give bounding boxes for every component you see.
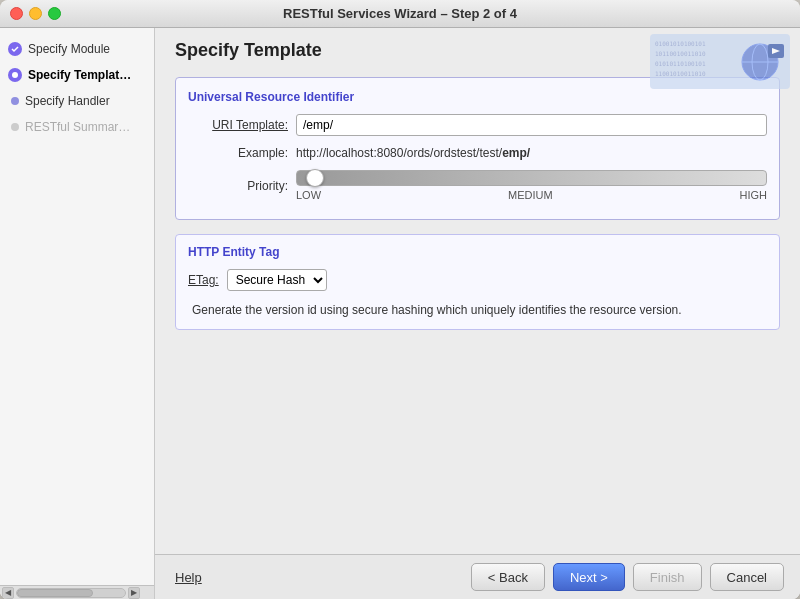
slider-labels: LOW MEDIUM HIGH (296, 189, 767, 201)
priority-label: Priority: (188, 179, 288, 193)
sidebar-item-label: Specify Module (28, 42, 110, 56)
sidebar-item-specify-template[interactable]: Specify Templat… (0, 64, 154, 86)
slider-medium-label: MEDIUM (508, 189, 553, 201)
svg-text:10110010011010: 10110010011010 (655, 50, 706, 57)
maximize-button[interactable] (48, 7, 61, 20)
step-icon-done (8, 42, 22, 56)
step-icon-disabled (11, 123, 19, 131)
priority-slider[interactable] (296, 170, 767, 186)
slider-high-label: HIGH (739, 189, 767, 201)
next-button[interactable]: Next > (553, 563, 625, 591)
sidebar-item-specify-module[interactable]: Specify Module (0, 38, 154, 60)
example-bold: emp/ (502, 146, 530, 160)
svg-text:01010110100101: 01010110100101 (655, 60, 706, 67)
sidebar-item-specify-handler[interactable]: Specify Handler (0, 90, 154, 112)
sidebar-item-restful-summary: RESTful Summar… (0, 116, 154, 138)
back-button[interactable]: < Back (471, 563, 545, 591)
sidebar-item-label: RESTful Summar… (25, 120, 130, 134)
header-graphic: 01001010100101 10110010011010 0101011010… (650, 34, 790, 89)
uri-section: Universal Resource Identifier URI Templa… (175, 77, 780, 220)
uri-template-label: URI Template: (188, 118, 288, 132)
svg-text:11001010011010: 11001010011010 (655, 70, 706, 77)
scroll-thumb (17, 589, 93, 597)
wizard-window: RESTful Services Wizard – Step 2 of 4 Sp… (0, 0, 800, 599)
finish-button[interactable]: Finish (633, 563, 702, 591)
traffic-lights (10, 7, 61, 20)
example-prefix: http://localhost:8080/ords/ordstest/test… (296, 146, 502, 160)
slider-low-label: LOW (296, 189, 321, 201)
content-area: Universal Resource Identifier URI Templa… (155, 69, 800, 554)
step-icon-pending (11, 97, 19, 105)
scroll-track (16, 588, 126, 598)
help-button[interactable]: Help (171, 570, 206, 585)
example-value: http://localhost:8080/ords/ordstest/test… (296, 146, 530, 160)
etag-section: HTTP Entity Tag ETag: Secure Hash Custom… (175, 234, 780, 330)
svg-text:01001010100101: 01001010100101 (655, 40, 706, 47)
priority-row: Priority: LOW MEDIUM HIGH (188, 170, 767, 201)
uri-template-row: URI Template: (188, 114, 767, 136)
slider-container: LOW MEDIUM HIGH (296, 170, 767, 201)
sidebar-item-label: Specify Handler (25, 94, 110, 108)
etag-description: Generate the version id using secure has… (192, 301, 767, 319)
example-label: Example: (188, 146, 288, 160)
uri-template-input[interactable] (296, 114, 767, 136)
minimize-button[interactable] (29, 7, 42, 20)
panel-header: Specify Template 01001010100101 10110010… (155, 28, 800, 69)
sidebar-item-label: Specify Templat… (28, 68, 131, 82)
step-icon-current (8, 68, 22, 82)
example-row: Example: http://localhost:8080/ords/ords… (188, 146, 767, 160)
svg-point-0 (12, 72, 18, 78)
cancel-button[interactable]: Cancel (710, 563, 784, 591)
panel: Specify Template 01001010100101 10110010… (155, 28, 800, 599)
scroll-right-button[interactable]: ▶ (128, 587, 140, 599)
etag-label: ETag: (188, 273, 219, 287)
main-content: Specify Module Specify Templat… Specify … (0, 28, 800, 599)
titlebar: RESTful Services Wizard – Step 2 of 4 (0, 0, 800, 28)
etag-section-title: HTTP Entity Tag (188, 245, 767, 259)
window-title: RESTful Services Wizard – Step 2 of 4 (283, 6, 517, 21)
uri-section-title: Universal Resource Identifier (188, 90, 767, 104)
etag-row: ETag: Secure Hash Custom None (188, 269, 767, 291)
sidebar-scrollbar[interactable]: ◀ ▶ (0, 585, 154, 599)
close-button[interactable] (10, 7, 23, 20)
scroll-left-button[interactable]: ◀ (2, 587, 14, 599)
bottom-bar: Help < Back Next > Finish Cancel (155, 554, 800, 599)
sidebar: Specify Module Specify Templat… Specify … (0, 28, 155, 599)
etag-select[interactable]: Secure Hash Custom None (227, 269, 327, 291)
